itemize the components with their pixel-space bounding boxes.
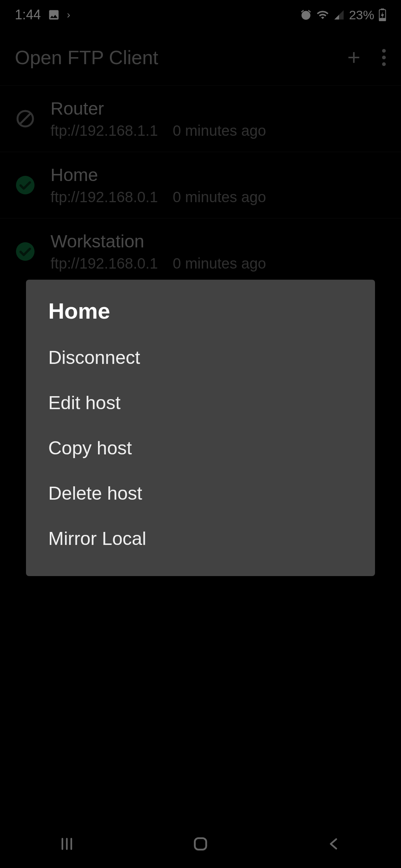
menu-item-disconnect[interactable]: Disconnect bbox=[26, 335, 375, 380]
menu-item-delete-host[interactable]: Delete host bbox=[26, 471, 375, 516]
dialog-title: Home bbox=[26, 298, 375, 335]
context-menu-dialog: Home Disconnect Edit host Copy host Dele… bbox=[26, 280, 375, 576]
menu-item-edit-host[interactable]: Edit host bbox=[26, 380, 375, 425]
menu-item-copy-host[interactable]: Copy host bbox=[26, 425, 375, 471]
menu-item-mirror-local[interactable]: Mirror Local bbox=[26, 516, 375, 561]
